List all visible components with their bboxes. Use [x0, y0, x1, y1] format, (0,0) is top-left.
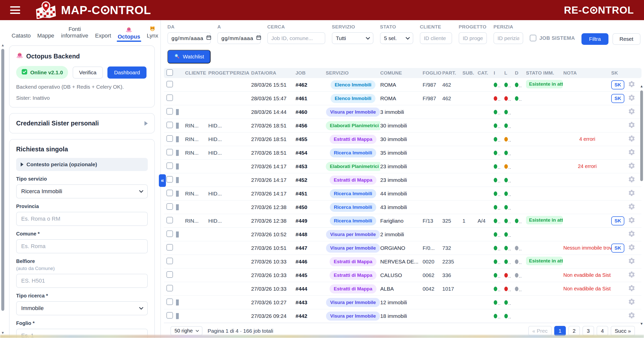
expand-row-icon[interactable]: [176, 313, 179, 319]
scroll-down-icon[interactable]: ▼: [1, 331, 5, 334]
gear-icon[interactable]: [628, 151, 635, 157]
gear-icon[interactable]: [628, 274, 635, 279]
filtra-button[interactable]: Filtra: [581, 33, 608, 45]
tab-catasto[interactable]: Catasto: [12, 32, 31, 42]
select-all-checkbox[interactable]: [166, 69, 173, 76]
row-checkbox[interactable]: [166, 149, 173, 155]
da-date-input[interactable]: gg/mm/aaaa: [167, 32, 211, 44]
table-scrollbar[interactable]: ▲ ▼: [640, 84, 643, 325]
gear-icon[interactable]: [628, 83, 635, 89]
row-checkbox[interactable]: [166, 203, 173, 210]
hamburger-menu-icon[interactable]: [10, 6, 20, 14]
gear-icon[interactable]: [628, 124, 635, 130]
expand-row-icon[interactable]: [176, 177, 179, 183]
perizia-filter-input[interactable]: [497, 35, 519, 41]
gear-icon[interactable]: [628, 206, 635, 211]
sk-button[interactable]: SK: [611, 244, 624, 253]
expand-row-icon[interactable]: [176, 150, 179, 156]
gear-icon[interactable]: [628, 97, 635, 103]
servizio-filter-select[interactable]: Tutti: [332, 32, 373, 44]
row-checkbox[interactable]: [166, 108, 173, 115]
gear-icon[interactable]: [628, 260, 635, 266]
gear-icon[interactable]: [628, 314, 635, 320]
gear-icon[interactable]: [628, 138, 635, 143]
cerca-filter-input[interactable]: [271, 35, 321, 41]
dashboard-button[interactable]: Dashboard: [107, 66, 147, 79]
gear-icon[interactable]: [628, 192, 635, 198]
pagination-prev-button[interactable]: « Prec: [528, 326, 552, 336]
comune-input[interactable]: [16, 239, 148, 253]
row-checkbox[interactable]: [166, 81, 173, 87]
expand-row-icon[interactable]: [176, 299, 179, 306]
row-checkbox[interactable]: [166, 258, 173, 264]
tab-octopus[interactable]: Octopus: [118, 26, 140, 42]
tab-fonti-informative[interactable]: Fonti informative: [61, 26, 89, 42]
tipo-ricerca-select[interactable]: Immobile: [16, 301, 148, 315]
expand-arrow-icon[interactable]: [144, 121, 148, 126]
provincia-input[interactable]: [16, 212, 148, 226]
verifica-button[interactable]: Verifica: [73, 66, 103, 79]
row-checkbox[interactable]: [166, 298, 173, 305]
row-checkbox[interactable]: [166, 190, 173, 196]
contesto-perizia-toggle[interactable]: Contesto perizia (opzionale): [16, 158, 148, 171]
calendar-icon[interactable]: [206, 35, 212, 42]
row-checkbox[interactable]: [166, 312, 173, 319]
pagination-page-4[interactable]: 4: [597, 326, 608, 336]
row-checkbox[interactable]: [166, 122, 173, 128]
sk-button[interactable]: SK: [611, 94, 624, 103]
gear-icon[interactable]: [628, 246, 635, 252]
row-checkbox[interactable]: [166, 162, 173, 169]
pagination-next-button[interactable]: Succ »: [611, 326, 635, 336]
rows-per-page-select[interactable]: 50 righe: [170, 326, 202, 336]
row-checkbox[interactable]: [166, 230, 173, 237]
calendar-icon[interactable]: [256, 35, 261, 42]
sidebar-collapse-button[interactable]: «: [159, 174, 166, 187]
sk-button[interactable]: SK: [611, 216, 624, 225]
scroll-down-icon[interactable]: ▼: [640, 322, 643, 325]
row-checkbox[interactable]: [166, 135, 173, 142]
gear-icon[interactable]: [628, 287, 635, 293]
row-checkbox[interactable]: [166, 217, 173, 223]
tab-export[interactable]: Export: [95, 32, 111, 42]
scroll-up-icon[interactable]: ▲: [1, 43, 5, 47]
credenziali-sister-card[interactable]: Credenziali Sister personali: [9, 113, 155, 133]
row-checkbox[interactable]: [166, 285, 173, 291]
expand-row-icon[interactable]: [176, 109, 179, 115]
row-checkbox[interactable]: [166, 244, 173, 251]
watchlist-button[interactable]: Watchlist: [167, 50, 211, 63]
expand-row-icon[interactable]: [176, 163, 179, 170]
gear-icon[interactable]: [628, 110, 635, 116]
sidebar-scrollbar[interactable]: ▲ ▼: [1, 43, 5, 338]
row-checkbox[interactable]: [166, 176, 173, 183]
cell-cat: A/4: [478, 218, 494, 224]
gear-icon[interactable]: [628, 178, 635, 184]
expand-row-icon[interactable]: [176, 123, 179, 129]
row-checkbox[interactable]: [166, 94, 173, 101]
gear-icon[interactable]: [628, 165, 635, 171]
job-sistema-checkbox[interactable]: [530, 35, 536, 41]
scroll-up-icon[interactable]: ▲: [640, 84, 643, 88]
pagination-page-2[interactable]: 2: [568, 326, 580, 336]
tab-lynx[interactable]: Lynx: [147, 25, 158, 42]
pagination-page-3[interactable]: 3: [582, 326, 594, 336]
sk-button[interactable]: SK: [611, 80, 624, 89]
expand-row-icon[interactable]: [176, 231, 179, 238]
progetto-filter-input[interactable]: [463, 35, 483, 41]
belfiore-input[interactable]: [16, 274, 148, 288]
gear-icon[interactable]: [628, 219, 635, 225]
table-scrollbar-thumb[interactable]: [640, 90, 643, 181]
row-checkbox[interactable]: [166, 271, 173, 278]
cliente-filter-input[interactable]: [424, 35, 448, 41]
expand-row-icon[interactable]: [176, 136, 179, 142]
expand-row-icon[interactable]: [176, 191, 179, 197]
stato-filter-select[interactable]: 5 sel.: [380, 32, 413, 44]
pagination-page-1[interactable]: 1: [554, 326, 566, 336]
tab-mappe[interactable]: Mappe: [37, 32, 54, 42]
reset-button[interactable]: Reset: [612, 33, 640, 45]
tipo-servizio-select[interactable]: Ricerca Immobili: [16, 184, 148, 198]
sidebar-scrollbar-thumb[interactable]: [1, 49, 4, 311]
a-date-input[interactable]: gg/mm/aaaa: [217, 32, 261, 44]
expand-row-icon[interactable]: [176, 204, 179, 210]
gear-icon[interactable]: [628, 301, 635, 307]
gear-icon[interactable]: [628, 233, 635, 239]
